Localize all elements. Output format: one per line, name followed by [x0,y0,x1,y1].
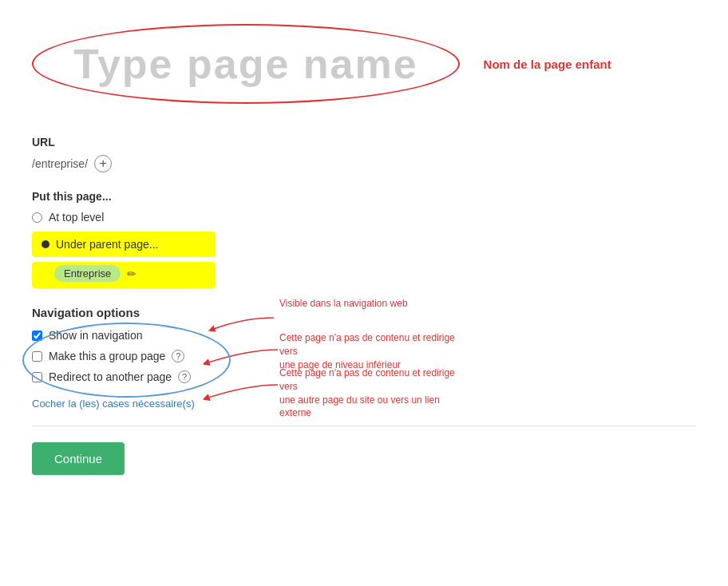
checkbox-group: Show in navigation Make this a group pag… [32,329,191,391]
annotation-group: Cette page n'a pas de contenu et redirig… [279,331,455,371]
url-section: URL /entreprise/ + [32,136,696,172]
redirect-option[interactable]: Redirect to another page ? [32,370,191,383]
under-parent-label: Under parent page... [56,238,158,251]
nav-options-section: Navigation options Visible dans la navig… [32,306,696,410]
continue-button[interactable]: Continue [32,442,125,475]
page-name-placeholder: Type page name [73,41,418,87]
group-page-label: Make this a group page [49,350,165,362]
annotation-redirect: Cette page n'a pas de contenu et redirig… [279,366,455,420]
redirect-label: Redirect to another page [49,370,172,383]
redirect-help-icon[interactable]: ? [178,370,191,383]
put-this-label: Put this page... [32,190,696,203]
show-in-nav-label: Show in navigation [49,329,143,342]
page-name-oval: Type page name [32,24,460,104]
arrow-group-icon [200,346,279,370]
divider [32,426,696,426]
radio-top-level-label: At top level [49,211,104,224]
arrow-redirect-icon [200,381,279,405]
group-page-option[interactable]: Make this a group page ? [32,350,191,362]
group-page-help-icon[interactable]: ? [172,350,184,362]
annotation-web: Visible dans la navigation web [279,298,408,309]
footer: Continue [32,442,696,475]
bullet-icon [42,240,49,248]
radio-top-level[interactable]: At top level [32,211,696,224]
page-name-section: Type page name Nom de la page enfant [32,16,696,112]
url-row: /entreprise/ + [32,155,696,172]
page-name-label: Nom de la page enfant [484,57,611,71]
edit-parent-button[interactable]: ✏ [127,267,136,280]
show-in-nav-option[interactable]: Show in navigation [32,329,191,342]
url-value: /entreprise/ [32,157,88,170]
arrow-web-icon [204,314,275,338]
parent-tag: Entreprise [54,265,121,282]
show-in-nav-checkbox[interactable] [32,331,42,341]
radio-top-level-input[interactable] [32,212,42,223]
group-page-checkbox[interactable] [32,351,42,362]
url-label: URL [32,136,696,148]
add-url-button[interactable]: + [94,155,112,172]
redirect-checkbox[interactable] [32,372,42,382]
put-this-section: Put this page... At top level Under pare… [32,190,696,288]
parent-tag-row: Entreprise ✏ [32,262,216,288]
under-parent-option[interactable]: Under parent page... [32,232,216,257]
